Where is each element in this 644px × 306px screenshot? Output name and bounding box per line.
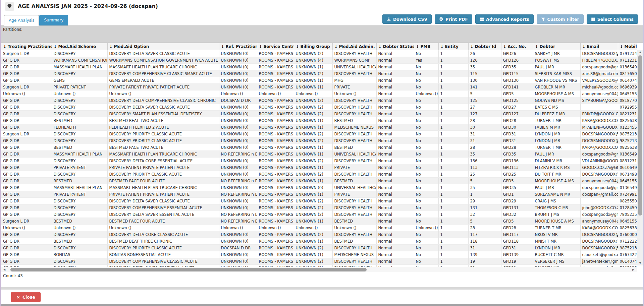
table-cell: DISCOVERY HEALTH xyxy=(332,204,376,211)
table-row[interactable]: GP G DRBONITASBONITAS BONESSENTIAL ACUTE… xyxy=(1,251,637,258)
column-header-label: Mobile Nu xyxy=(625,44,637,49)
table-row[interactable]: GP G DRGEMSGEMS EMERALD ACUTEUNKNOWN (0)… xyxy=(1,77,637,84)
table-row[interactable]: GP G DRDISCOVERYDISCOVERY PRIORITY CLASS… xyxy=(1,137,637,144)
table-cell: Normal xyxy=(376,258,414,265)
column-header-treating-practitioner[interactable]: ↓Treating Practitioner xyxy=(1,43,52,50)
table-row[interactable]: Surgeon L DRPRIVATE PATIENTPRIVATE PATIE… xyxy=(1,84,637,90)
table-cell: BESTMED xyxy=(52,144,107,151)
table-row[interactable]: GP G DRMASSMART HEALTH PLANMASSMART HEAL… xyxy=(1,184,637,191)
table-cell: DISCOVERY COMPREHENSIVE ESSENTIAL ACUTE xyxy=(107,204,219,211)
table-cell: PAUL J MR xyxy=(533,184,580,191)
vertical-scrollbar-thumb[interactable] xyxy=(638,55,642,216)
column-header-med-aid-option[interactable]: ↓Med.Aid Option xyxy=(107,43,219,50)
table-row[interactable]: GP G DRDISCOVERYDISCOVERY COMPREHENSIVE … xyxy=(1,70,637,77)
table-cell: UNKNOWN (1) xyxy=(294,84,332,90)
table-row[interactable]: GP G DRBESTMEDBESTMED BEAT THREE CHRONIC… xyxy=(1,238,637,245)
scroll-left-icon[interactable]: ◀ xyxy=(2,267,7,272)
table-row[interactable]: GP G DRDISCOVERYDISCOVERY COMPREHENSIVE … xyxy=(1,258,637,265)
column-header-debtor-status[interactable]: ↓Debtor Status xyxy=(376,43,414,50)
close-button[interactable]: × Close xyxy=(11,292,41,302)
table-row[interactable]: GP G DRPRIVATE PATIENTPRIVATE PATIENT PR… xyxy=(1,191,637,198)
column-header-entity[interactable]: ↓Entity xyxy=(438,43,468,50)
table-row[interactable]: GP G DRDISCOVERYDISCOVERY COMPREHENSIVE … xyxy=(1,204,637,211)
column-header-service-centre[interactable]: ↓Service Centre xyxy=(257,43,294,50)
print-pdf-button[interactable]: Print PDF xyxy=(435,14,472,24)
table-row[interactable]: Surgeon L DRDISCOVERYDISCOVERY DELTA SAV… xyxy=(1,50,637,57)
advanced-reports-button[interactable]: Advanced Reports xyxy=(475,14,534,24)
table-row[interactable]: GP G DRDISCOVERYDISCOVERY DELTA SAVER ES… xyxy=(1,211,637,218)
table-row[interactable]: GP G DRDISCOVERYDISCOVERY PRIORITY CLASS… xyxy=(1,245,637,251)
table-row[interactable]: GP G DRBESTMEDBESTMED BEAT TWO ACUTEUNKN… xyxy=(1,117,637,124)
download-csv-button[interactable]: Download CSV xyxy=(382,14,432,24)
table-cell: ROOMS - KAMERS xyxy=(257,70,294,77)
table-row[interactable]: GP G DRWORKMANS COMPENSATIONWORKMANS COM… xyxy=(1,57,637,64)
scroll-up-icon[interactable]: ▲ xyxy=(637,50,643,55)
table-cell: UNKNOWN (1) xyxy=(294,178,332,184)
column-header-billing-group[interactable]: ↓Billing Group xyxy=(294,43,332,50)
table-cell: No xyxy=(414,84,438,90)
table-row[interactable]: GP G DRFEDHEALTHFEDHEALTH FLEXIFED 2 ACU… xyxy=(1,124,637,131)
column-header-pmb[interactable]: ↓PMB xyxy=(414,43,438,50)
table-cell: 115 xyxy=(468,70,501,77)
table-row[interactable]: GP G DRDISCOVERYDISCOVERY DELTA CORE CLA… xyxy=(1,231,637,238)
table-row[interactable]: GP G DRBESTMEDBESTMED PACE TWO ACUTEUNKN… xyxy=(1,144,637,151)
table-cell: Normal xyxy=(376,164,414,171)
table-cell: GP G DR xyxy=(1,137,52,144)
column-header-debtor[interactable]: ↓Debtor xyxy=(533,43,580,50)
table-row[interactable]: Surgeon L DRDISCOVERYDISCOVERY PRIORITY … xyxy=(1,131,637,137)
column-header-med-aid-admin[interactable]: ↓Med.Aid Admin. xyxy=(332,43,376,50)
column-header-ref-practitioner[interactable]: ↓Ref. Practitioner xyxy=(219,43,257,50)
table-cell: GPD32 xyxy=(501,211,533,218)
settings-button[interactable] xyxy=(5,2,14,11)
table-row[interactable]: GP G DRDISCOVERYDISCOVERY PRIORITY CLASS… xyxy=(1,171,637,178)
table-row[interactable]: Surgeon L DRBESTMEDBESTMED PACE FOUR ACU… xyxy=(1,218,637,225)
table-row[interactable]: GP G DRDISCOVERYDISCOVERY DELTA SAVER CL… xyxy=(1,198,637,204)
table-cell: Unknown () xyxy=(219,225,257,231)
table-cell: 1 xyxy=(438,104,468,111)
table-row[interactable]: GP G DRDISCOVERYDISCOVERY DELTA SAVER CL… xyxy=(1,104,637,111)
horizontal-scrollbar-thumb[interactable] xyxy=(10,268,367,271)
table-cell: No xyxy=(414,144,438,151)
custom-filter-button[interactable]: Custom Filter xyxy=(537,14,584,24)
table-row[interactable]: GP G DRMASSMART HEALTH PLANMASSMART HEAL… xyxy=(1,151,637,158)
column-header-label: Debtor xyxy=(540,44,555,49)
table-cell: DOCSPANGOODX@GMAIL.COM xyxy=(580,231,618,238)
table-cell: GP G DR xyxy=(1,70,52,77)
table-row[interactable]: GP G DRDISCOVERYDISCOVERY DELTA CORE ESS… xyxy=(1,158,637,164)
table-cell: Normal xyxy=(376,104,414,111)
table-cell: VERSEKER J MS xyxy=(533,258,580,265)
table-cell: UNKNOWN (1) xyxy=(294,164,332,171)
button-label: Download CSV xyxy=(393,17,427,22)
table-cell: 1 xyxy=(438,70,468,77)
horizontal-scrollbar[interactable]: ◀ ▶ xyxy=(1,267,637,272)
table-cell: ROOMS - KAMERS xyxy=(257,158,294,164)
table-row[interactable]: GP G DRMASSMART HEALTH PLANMASSMART HEAL… xyxy=(1,64,637,70)
table-cell: BESTMED xyxy=(52,117,107,124)
table-cell: 1 xyxy=(438,258,468,265)
scroll-down-icon[interactable]: ▼ xyxy=(637,261,643,265)
column-header-med-aid-scheme[interactable]: ↓Med.Aid Scheme xyxy=(52,43,107,50)
table-cell: GP G DR xyxy=(1,97,52,104)
table-cell: DOCSPANGOODX@GMAIL.COM xyxy=(580,238,618,245)
table-cell: PRIVATE PATIENT PRIVATE PATIENT ACUTE xyxy=(107,84,219,90)
scroll-right-icon[interactable]: ▶ xyxy=(631,267,636,272)
table-cell: UNKNOWN (0) xyxy=(294,184,332,191)
table-row[interactable]: GP G DRDISCOVERYDISCOVERY DELTA COMPREHE… xyxy=(1,97,637,104)
table-cell: 0645155899 xyxy=(618,90,637,97)
column-header-email[interactable]: ↓Email xyxy=(580,43,618,50)
down-arrow-icon: ↓ xyxy=(440,44,444,49)
table-row[interactable]: GP G DRDISCOVERYDISCOVERY SMART PLAN ESS… xyxy=(1,111,637,117)
column-header-label: Treating Practitioner xyxy=(8,44,52,49)
table-row[interactable]: Unknown ()Unknown ()Unknown ()Unknown ()… xyxy=(1,225,637,231)
tab-summary[interactable]: Summary xyxy=(39,15,68,25)
column-header-debtor-id[interactable]: ↓Debtor Id xyxy=(468,43,501,50)
vertical-scrollbar[interactable]: ▲ ▼ xyxy=(637,50,643,265)
table-row[interactable]: GP G DRBESTMEDBESTMED PACE FOUR ACUTENO … xyxy=(1,178,637,184)
table-row[interactable]: Unknown ()Unknown ()Unknown ()Unknown ()… xyxy=(1,90,637,97)
table-row[interactable]: GP G DRPRIVATE PATIENTPRIVATE PATIENT PR… xyxy=(1,164,637,171)
table-cell: UNKNOWN (0) xyxy=(219,251,257,258)
select-columns-button[interactable]: Select Columns xyxy=(587,14,638,24)
column-header-acc-no[interactable]: ↓Acc. No. xyxy=(501,43,533,50)
tab-age-analysis[interactable]: Age Analysis xyxy=(4,15,39,26)
column-header-mobile-nu[interactable]: ↓Mobile Nu xyxy=(618,43,637,50)
